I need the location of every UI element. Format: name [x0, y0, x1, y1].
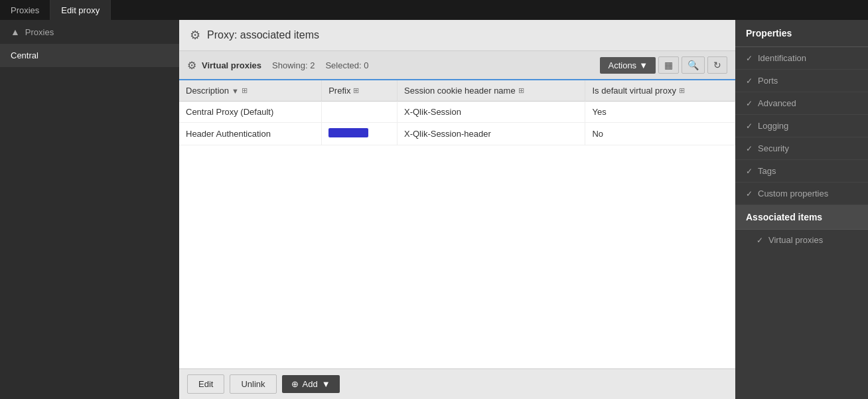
- table-row[interactable]: Header Authentication X-Qlik-Session-hea…: [179, 123, 735, 145]
- selected-count: Selected: 0: [325, 60, 368, 70]
- actions-bar: Actions ▼ ▦ 🔍 ↻: [600, 56, 727, 74]
- add-button[interactable]: ⊕ Add ▼: [282, 375, 340, 393]
- add-dropdown-icon: ▼: [322, 379, 330, 389]
- refresh-button[interactable]: ↻: [707, 56, 727, 74]
- virtual-proxies-bar: ⚙ Virtual proxies Showing: 2 Selected: 0…: [179, 51, 735, 80]
- unlink-button[interactable]: Unlink: [230, 374, 276, 394]
- col-is-default: Is default virtual proxy ⊞: [585, 80, 735, 102]
- is-default-cell: Yes: [585, 102, 735, 123]
- proxies-icon: ▲: [11, 27, 20, 37]
- check-logging-icon: ✓: [746, 121, 753, 131]
- properties-title: Properties: [735, 20, 868, 47]
- filter-description-icon[interactable]: ⊞: [242, 86, 248, 95]
- top-navigation: Proxies Edit proxy: [0, 0, 868, 20]
- col-session-cookie: Session cookie header name ⊞: [398, 80, 585, 102]
- check-identification-icon: ✓: [746, 54, 753, 63]
- check-ports-icon: ✓: [746, 76, 753, 86]
- prefix-bar: [328, 128, 368, 137]
- prop-security[interactable]: ✓ Security: [735, 137, 868, 160]
- columns-button[interactable]: ▦: [658, 56, 679, 74]
- virtual-proxies-icon: ⚙: [187, 59, 196, 72]
- virtual-proxies-table: Description ▼ ⊞ Prefix ⊞: [179, 80, 735, 145]
- filter-default-icon[interactable]: ⊞: [679, 86, 685, 95]
- sort-description-icon[interactable]: ▼: [232, 87, 239, 95]
- properties-remainder: [735, 250, 868, 399]
- prop-tags[interactable]: ✓ Tags: [735, 160, 868, 183]
- add-icon: ⊕: [291, 379, 299, 389]
- filter-prefix-icon[interactable]: ⊞: [353, 86, 359, 95]
- description-cell: Header Authentication: [179, 123, 322, 145]
- check-virtual-proxies-icon: ✓: [757, 236, 763, 245]
- content-area: ⚙ Proxy: associated items ⚙ Virtual prox…: [179, 20, 735, 399]
- sidebar-item-proxies-header[interactable]: ▲ Proxies: [0, 20, 179, 44]
- prop-ports[interactable]: ✓ Ports: [735, 70, 868, 92]
- check-tags-icon: ✓: [746, 167, 753, 176]
- prop-logging[interactable]: ✓ Logging: [735, 115, 868, 137]
- showing-count: Showing: 2: [272, 60, 315, 70]
- table-container: Description ▼ ⊞ Prefix ⊞: [179, 80, 735, 368]
- virtual-proxies-title: Virtual proxies: [202, 60, 261, 70]
- search-button[interactable]: 🔍: [682, 56, 705, 74]
- check-custom-icon: ✓: [746, 189, 753, 199]
- dropdown-arrow-icon: ▼: [639, 60, 648, 70]
- col-description: Description ▼ ⊞: [179, 80, 322, 102]
- bottom-bar: Edit Unlink ⊕ Add ▼: [179, 368, 735, 399]
- properties-panel: Properties ✓ Identification ✓ Ports ✓ Ad…: [735, 20, 868, 399]
- nav-edit-proxy[interactable]: Edit proxy: [50, 0, 111, 20]
- sidebar-item-central[interactable]: Central: [0, 44, 179, 67]
- is-default-cell: No: [585, 123, 735, 145]
- prop-identification[interactable]: ✓ Identification: [735, 47, 868, 70]
- check-security-icon: ✓: [746, 144, 753, 153]
- check-advanced-icon: ✓: [746, 99, 753, 108]
- prefix-cell: [322, 123, 398, 145]
- main-layout: ▲ Proxies Central ⚙ Proxy: associated it…: [0, 20, 868, 399]
- page-title: Proxy: associated items: [207, 29, 319, 41]
- page-header: ⚙ Proxy: associated items: [179, 20, 735, 51]
- prop-custom-properties[interactable]: ✓ Custom properties: [735, 183, 868, 205]
- nav-proxies[interactable]: Proxies: [0, 0, 50, 20]
- session-cookie-cell: X-Qlik-Session-header: [398, 123, 585, 145]
- session-cookie-cell: X-Qlik-Session: [398, 102, 585, 123]
- page-header-icon: ⚙: [190, 28, 200, 42]
- prop-virtual-proxies[interactable]: ✓ Virtual proxies: [735, 230, 868, 250]
- col-prefix: Prefix ⊞: [322, 80, 398, 102]
- edit-button[interactable]: Edit: [187, 374, 224, 394]
- filter-session-icon[interactable]: ⊞: [518, 86, 524, 95]
- description-cell: Central Proxy (Default): [179, 102, 322, 123]
- table-header-row: Description ▼ ⊞ Prefix ⊞: [179, 80, 735, 102]
- sidebar: ▲ Proxies Central: [0, 20, 179, 399]
- prefix-cell: [322, 102, 398, 123]
- associated-items-section[interactable]: Associated items: [735, 205, 868, 230]
- table-row[interactable]: Central Proxy (Default) X-Qlik-Session Y…: [179, 102, 735, 123]
- prop-advanced[interactable]: ✓ Advanced: [735, 92, 868, 115]
- actions-button[interactable]: Actions ▼: [600, 57, 656, 74]
